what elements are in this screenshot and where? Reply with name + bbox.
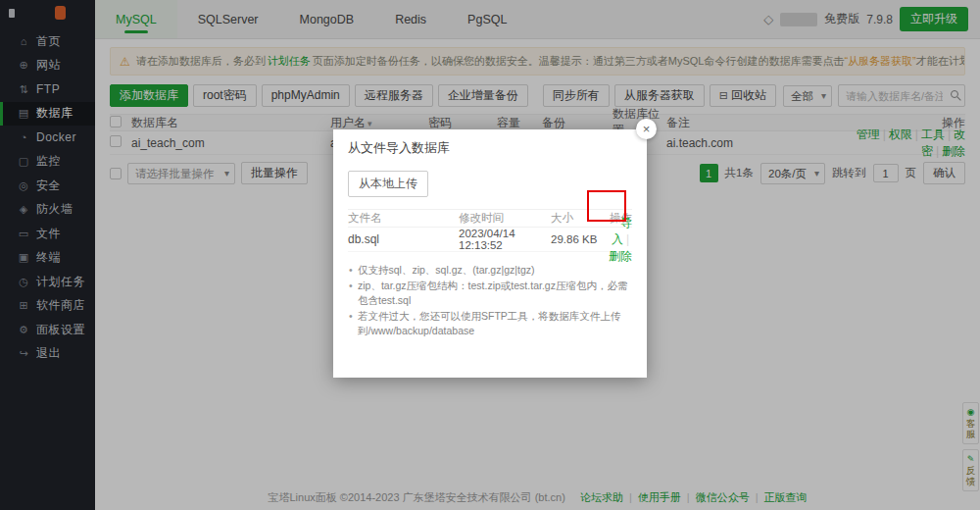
file-modified-time: 2023/04/14 12:13:52 — [459, 228, 551, 251]
note-line: 仅支持sql、zip、sql.gz、(tar.gz|gz|tgz) — [348, 263, 632, 279]
modal-title: 从文件导入数据库 — [333, 129, 647, 165]
app-root: ⌂首页 ⊕网站 ⇅FTP ▤数据库 ◔Docker ▢监控 ◎安全 ◈防火墙 ▭… — [0, 0, 980, 510]
note-line: 若文件过大，您还可以使用SFTP工具，将数据库文件上传到/www/backup/… — [348, 309, 632, 339]
file-size: 29.86 KB — [551, 233, 605, 245]
file-name: db.sql — [348, 232, 459, 246]
upload-local-button[interactable]: 从本地上传 — [348, 171, 428, 197]
annotation-red-box — [587, 190, 626, 222]
file-delete-link[interactable]: 删除 — [609, 249, 632, 263]
close-icon: × — [643, 123, 651, 135]
modal-close-button[interactable]: × — [636, 119, 657, 139]
modal-notes: 仅支持sql、zip、sql.gz、(tar.gz|gz|tgz) zip、ta… — [348, 263, 632, 339]
import-database-modal: × 从文件导入数据库 从本地上传 文件名 修改时间 大小 操作 db.sql 2… — [333, 129, 647, 378]
file-header-name: 文件名 — [348, 211, 459, 226]
file-actions: 导入|删除 — [605, 215, 632, 265]
file-row: db.sql 2023/04/14 12:13:52 29.86 KB 导入|删… — [348, 228, 632, 252]
file-header-modified: 修改时间 — [459, 211, 551, 226]
action-separator: | — [626, 232, 629, 246]
note-line: zip、tar.gz压缩包结构：test.zip或test.tar.gz压缩包内… — [348, 279, 632, 309]
